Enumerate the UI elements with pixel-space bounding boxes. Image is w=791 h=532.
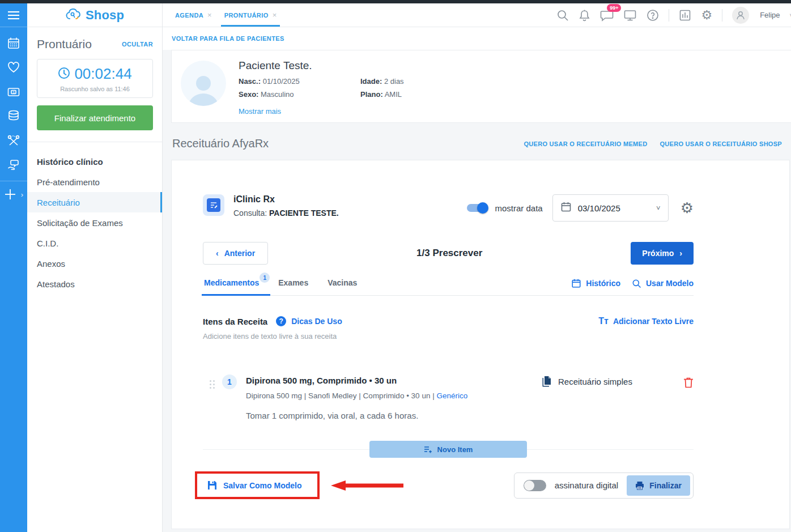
drag-handle-icon[interactable] xyxy=(210,380,215,389)
calendar-icon[interactable] xyxy=(7,36,20,50)
delete-item-trash-icon[interactable] xyxy=(683,377,694,390)
help-icon[interactable] xyxy=(647,9,659,22)
user-name[interactable]: Felipe xyxy=(760,11,780,19)
tab-agenda[interactable]: AGENDA × xyxy=(172,3,215,27)
window-top-bar xyxy=(0,0,791,3)
workspace-tabs: AGENDA × PRONTUÁRIO × xyxy=(172,3,280,27)
sex-value: Masculino xyxy=(261,90,294,99)
close-icon[interactable]: × xyxy=(207,11,212,19)
items-title: Itens da Receita xyxy=(203,317,267,326)
rx-type-selector[interactable]: Receituário simples xyxy=(542,376,632,387)
prescription-tabs: Medicamentos 1 Exames Vacinas Histórico … xyxy=(203,278,694,296)
sex-label: Sexo: xyxy=(239,90,258,99)
add-icon[interactable] xyxy=(4,188,16,201)
new-item-button[interactable]: Novo Item xyxy=(369,441,527,458)
next-button[interactable]: Próximo › xyxy=(631,242,694,265)
main-area: AGENDA × PRONTUÁRIO × 99+ xyxy=(163,3,791,532)
finalize-button[interactable]: Finalizar xyxy=(627,475,690,496)
tab-vacinas[interactable]: Vacinas xyxy=(326,278,358,295)
monitor-icon[interactable] xyxy=(623,9,637,22)
top-bar: AGENDA × PRONTUÁRIO × 99+ xyxy=(163,3,791,27)
patient-name: Paciente Teste. xyxy=(239,59,404,72)
tab-medicamentos[interactable]: Medicamentos 1 xyxy=(203,278,260,295)
patient-avatar xyxy=(181,61,226,106)
patient-card: Paciente Teste. Nasc.: 01/10/2025 Idade:… xyxy=(171,50,791,123)
sidebar-item-atestados[interactable]: Atestados xyxy=(27,274,162,294)
plan-label: Plano: xyxy=(360,90,383,99)
use-memed-link[interactable]: QUERO USAR O RECEITUÁRIO MEMED xyxy=(524,141,647,147)
tools-icon[interactable] xyxy=(7,134,20,147)
date-picker[interactable]: 03/10/2025 ˅ xyxy=(552,194,669,222)
sidebar-item-receituario[interactable]: Receituário xyxy=(27,192,162,212)
panel-title: Prontuário xyxy=(37,37,92,51)
copy-icon xyxy=(542,376,552,387)
divider xyxy=(722,9,722,22)
annotation-arrow xyxy=(330,479,405,492)
close-icon[interactable]: × xyxy=(273,11,277,19)
expand-rail-icon[interactable]: › xyxy=(21,190,23,199)
search-icon[interactable] xyxy=(556,9,569,22)
sidebar-item-cid[interactable]: C.I.D. xyxy=(27,233,162,253)
calendar-icon xyxy=(560,201,572,215)
date-value: 03/10/2025 xyxy=(578,203,620,213)
sidebar-item-anexos[interactable]: Anexos xyxy=(27,253,162,274)
show-date-toggle[interactable] xyxy=(467,204,487,212)
show-date-label: mostrar data xyxy=(495,203,542,213)
step-indicator: 1/3 Prescrever xyxy=(416,248,482,259)
item-posology: Tomar 1 comprimido, via oral, a cada 6 h… xyxy=(246,411,542,420)
list-plus-icon xyxy=(424,446,432,453)
tab-prontuario[interactable]: PRONTUÁRIO × xyxy=(221,3,280,27)
timer-card: 00:02:44 Rascunho salvo as 11:46 xyxy=(37,59,153,98)
divider xyxy=(669,9,669,22)
item-title: Dipirona 500 mg, Comprimido • 30 un xyxy=(246,376,542,385)
shosp-cloud-icon xyxy=(65,8,82,23)
database-icon[interactable] xyxy=(7,109,20,123)
settings-gear-icon[interactable]: ⚙ xyxy=(701,9,712,22)
user-avatar[interactable] xyxy=(732,7,749,24)
digital-signature-label: assinatura digital xyxy=(555,480,619,490)
logo-text: Shosp xyxy=(86,8,124,23)
sidebar-item-solicitacao-exames[interactable]: Solicitação de Exames xyxy=(27,212,162,233)
previous-button[interactable]: ‹ Anterior xyxy=(203,242,268,265)
prescription-card: iClinic Rx Consulta: PACIENTE TESTE. mos… xyxy=(171,160,790,529)
clock-icon xyxy=(58,67,70,82)
hide-panel-link[interactable]: OCULTAR xyxy=(122,41,153,48)
icon-rail: S › xyxy=(0,3,27,532)
chevron-right-icon: › xyxy=(679,249,682,258)
usage-tips-link[interactable]: Dicas De Uso xyxy=(291,317,342,326)
sidebar-item-pre-atendimento[interactable]: Pré-atendimento xyxy=(27,172,162,192)
text-icon: Tᴛ xyxy=(598,316,609,326)
add-free-text-link[interactable]: Tᴛ Adicionar Texto Livre xyxy=(598,316,694,326)
use-model-link[interactable]: Usar Modelo xyxy=(632,279,694,288)
annotation-highlight-box: Salvar Como Modelo xyxy=(195,471,320,499)
hamburger-icon xyxy=(7,11,20,20)
rx-settings-gear-icon[interactable]: ⚙ xyxy=(681,201,694,215)
tab-exames[interactable]: Exames xyxy=(277,278,309,295)
svg-text:S: S xyxy=(12,91,15,94)
help-question-icon[interactable]: ? xyxy=(276,316,286,326)
sidebar-item-historico-clinico[interactable]: Histórico clínico xyxy=(27,151,162,172)
back-to-queue-link[interactable]: VOLTAR PARA FILA DE PACIENTES xyxy=(172,35,284,42)
prontuario-sidebar: Shosp Prontuário OCULTAR 00:02:44 Rascun… xyxy=(27,3,163,532)
use-shosp-link[interactable]: QUERO USAR O RECEITUÁRIO SHOSP xyxy=(660,141,782,147)
main-menu-button[interactable] xyxy=(0,3,27,27)
chat-icon[interactable]: 99+ xyxy=(600,9,614,22)
generic-link[interactable]: Genérico xyxy=(436,391,467,400)
reports-chart-icon[interactable] xyxy=(679,9,691,22)
support-icon[interactable] xyxy=(7,158,20,172)
save-as-model-button[interactable]: Salvar Como Modelo xyxy=(223,481,301,490)
birth-value: 01/10/2025 xyxy=(263,77,300,86)
heart-icon[interactable] xyxy=(7,61,20,74)
show-more-link[interactable]: Mostrar mais xyxy=(239,107,404,116)
sub-bar: VOLTAR PARA FILA DE PACIENTES xyxy=(163,27,791,50)
item-meta: Dipirona 500 mg | Sanofi Medley | Compri… xyxy=(246,391,436,400)
finish-attendance-button[interactable]: Finalizar atendimento xyxy=(37,105,153,130)
age-label: Idade: xyxy=(360,77,382,86)
history-link[interactable]: Histórico xyxy=(571,278,620,288)
digital-signature-toggle[interactable] xyxy=(524,480,546,491)
notifications-bell-icon[interactable] xyxy=(579,9,590,22)
billing-icon[interactable]: S xyxy=(7,85,20,99)
printer-icon xyxy=(635,481,644,490)
timer-value: 00:02:44 xyxy=(74,65,131,83)
logo[interactable]: Shosp xyxy=(27,3,162,27)
